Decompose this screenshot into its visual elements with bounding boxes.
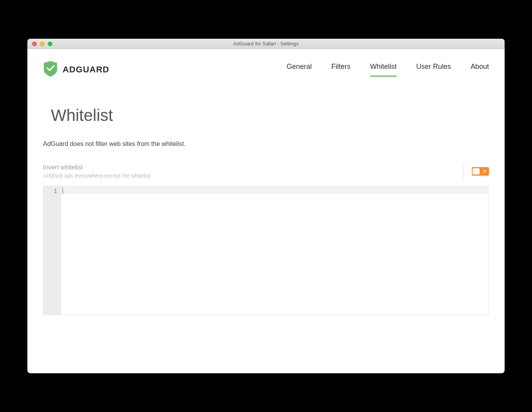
brand-text: ADGUARD — [63, 65, 109, 75]
invert-whitelist-label: Invert whitelist — [43, 164, 455, 171]
text-cursor — [63, 187, 63, 194]
traffic-lights — [27, 41, 52, 46]
invert-whitelist-sublabel: Unblock ads everywhere except the whitel… — [43, 173, 455, 179]
nav-tabs: General Filters Whitelist User Rules Abo… — [287, 63, 489, 77]
close-icon[interactable] — [32, 41, 37, 46]
toggle-knob — [473, 168, 480, 175]
active-line-highlight — [61, 186, 489, 194]
page-title: Whitelist — [51, 106, 489, 125]
tab-whitelist[interactable]: Whitelist — [370, 63, 397, 77]
invert-whitelist-toggle[interactable]: ✕ — [472, 167, 489, 176]
titlebar[interactable]: AdGuard for Safari - Settings — [27, 39, 505, 49]
tab-user-rules[interactable]: User Rules — [416, 63, 451, 77]
tab-about[interactable]: About — [471, 63, 489, 77]
shield-check-icon — [43, 61, 58, 79]
minimize-icon[interactable] — [40, 41, 45, 46]
content-area: ADGUARD General Filters Whitelist User R… — [27, 49, 505, 373]
logo[interactable]: ADGUARD — [43, 61, 109, 79]
window-title: AdGuard for Safari - Settings — [27, 41, 505, 47]
whitelist-textarea[interactable] — [61, 186, 489, 315]
maximize-icon[interactable] — [48, 41, 52, 46]
invert-whitelist-row: Invert whitelist Unblock ads everywhere … — [43, 164, 489, 179]
x-icon: ✕ — [483, 169, 487, 174]
whitelist-editor: 1 — [43, 186, 489, 315]
line-gutter: 1 — [43, 186, 61, 315]
header: ADGUARD General Filters Whitelist User R… — [43, 61, 489, 86]
line-number: 1 — [45, 188, 57, 194]
tab-general[interactable]: General — [287, 63, 312, 77]
page-description: AdGuard does not filter web sites from t… — [43, 140, 489, 148]
setting-text: Invert whitelist Unblock ads everywhere … — [43, 164, 464, 179]
tab-filters[interactable]: Filters — [331, 63, 350, 77]
app-window: AdGuard for Safari - Settings ADGUARD Ge… — [27, 39, 505, 373]
